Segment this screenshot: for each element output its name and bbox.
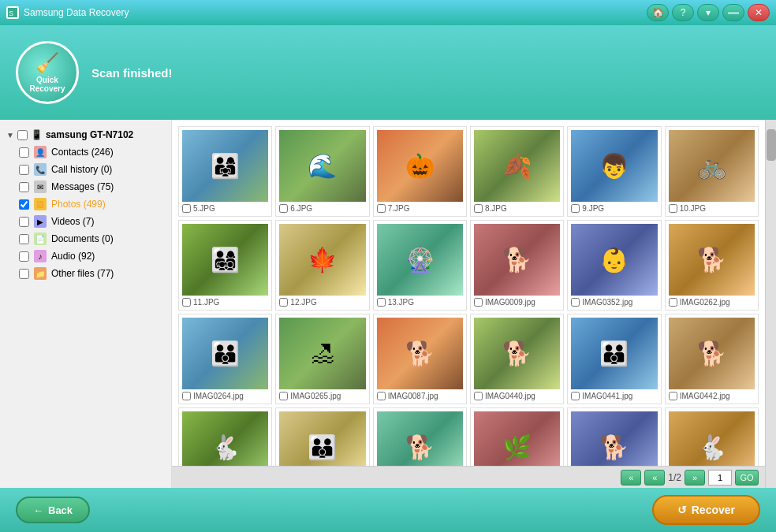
page-input[interactable] (708, 470, 732, 485)
sidebar-item-contacts[interactable]: 👤 Contacts (246) (0, 143, 171, 161)
photo-checkbox[interactable] (571, 392, 580, 400)
photo-item[interactable]: 🍂 8.JPG (470, 126, 564, 217)
photo-item[interactable]: 🐇 img24.jpg (665, 407, 759, 466)
prev-page-button[interactable]: « (644, 470, 665, 485)
photo-checkbox[interactable] (279, 204, 288, 213)
help-button[interactable]: ? (672, 4, 694, 21)
back-button[interactable]: ← Back (16, 497, 90, 523)
photo-checkbox[interactable] (669, 392, 677, 400)
photo-item[interactable]: 🎡 13.JPG (373, 220, 467, 311)
photos-icon: 🖼 (34, 198, 47, 210)
close-button[interactable]: ✕ (748, 4, 770, 21)
sidebar-checkbox-messages[interactable] (19, 182, 29, 192)
photo-filename: IMAG0440.jpg (485, 392, 535, 400)
photo-thumbnail: 🐕 (571, 411, 657, 466)
photo-checkbox[interactable] (669, 298, 677, 307)
photo-item[interactable]: 🏖 IMAG0265.jpg (275, 314, 369, 404)
sidebar-checkbox-otherfiles[interactable] (19, 269, 29, 279)
photo-checkbox[interactable] (571, 298, 580, 307)
photo-item[interactable]: 🌊 6.JPG (275, 126, 369, 217)
sidebar-item-otherfiles[interactable]: 📁 Other files (77) (0, 265, 171, 282)
sidebar-checkbox-callhistory[interactable] (19, 165, 29, 175)
photo-item[interactable]: 🐕 IMAG0262.jpg (665, 220, 759, 311)
sidebar-item-photos[interactable]: 🖼 Photos (499) (0, 195, 171, 213)
photo-item[interactable]: 🚲 10.JPG (665, 126, 759, 217)
sidebar-label-audio: Audio (92) (51, 251, 95, 262)
go-button[interactable]: GO (735, 470, 759, 485)
device-checkbox[interactable] (17, 130, 28, 140)
photo-checkbox[interactable] (474, 392, 483, 400)
device-label: samsung GT-N7102 (46, 129, 133, 140)
sidebar-checkbox-photos[interactable] (19, 199, 29, 210)
photo-item[interactable]: 👨‍👩‍👧‍👦 11.JPG (178, 220, 272, 311)
sidebar-checkbox-contacts[interactable] (19, 147, 29, 158)
photo-thumbnail: 👨‍👩‍👧‍👦 (182, 224, 268, 296)
scrollbar-thumb[interactable] (767, 129, 776, 161)
photo-checkbox[interactable] (669, 204, 677, 213)
sidebar-checkbox-videos[interactable] (19, 217, 29, 227)
recover-button[interactable]: ↺ Recover (652, 495, 760, 525)
photo-filename: IMAG0262.jpg (680, 298, 730, 307)
photo-item[interactable]: 🐕 IMAG0087.jpg (373, 314, 467, 404)
photo-item[interactable]: 🐕 img23.jpg (567, 407, 661, 466)
photo-thumbnail: 🍁 (279, 224, 365, 296)
first-page-button[interactable]: « (621, 470, 641, 485)
photo-checkbox[interactable] (377, 298, 386, 307)
photo-item[interactable]: 👨‍👩‍👧 5.JPG (178, 126, 272, 217)
photo-item[interactable]: 🐕 IMAG0440.jpg (470, 314, 564, 404)
photo-label-row: 11.JPG (182, 298, 268, 307)
header: 🧹 Quick Recovery Scan finished! (0, 25, 776, 120)
photo-item[interactable]: 🎃 7.JPG (373, 126, 467, 217)
photo-thumbnail: 👪 (279, 411, 365, 466)
photo-filename: 11.JPG (193, 298, 219, 307)
photo-filename: IMAG0442.jpg (680, 392, 730, 400)
photo-item[interactable]: 👦 9.JPG (567, 126, 661, 217)
dropdown-button[interactable]: ▾ (697, 4, 719, 21)
device-node[interactable]: ▼ 📱 samsung GT-N7102 (0, 126, 171, 143)
photo-thumbnail: 👶 (571, 224, 657, 296)
sidebar-item-videos[interactable]: ▶ Videos (7) (0, 213, 171, 230)
documents-icon: 📄 (34, 233, 47, 245)
photo-item[interactable]: 🌿 img22.jpg (470, 407, 564, 466)
photo-label-row: IMAG0265.jpg (279, 392, 365, 400)
photo-filename: 13.JPG (388, 298, 414, 307)
photo-checkbox[interactable] (377, 392, 386, 400)
photo-checkbox[interactable] (377, 204, 386, 213)
scrollbar[interactable] (765, 120, 776, 488)
photo-item[interactable]: 🐕 IMAG0442.jpg (665, 314, 759, 404)
photo-item[interactable]: 🐇 img19.jpg (178, 407, 272, 466)
device-icon: 📱 (31, 129, 43, 140)
next-page-button[interactable]: » (685, 470, 705, 485)
sidebar-item-callhistory[interactable]: 📞 Call history (0) (0, 161, 171, 178)
photo-checkbox[interactable] (571, 204, 580, 213)
photo-item[interactable]: 🍁 12.JPG (275, 220, 369, 311)
sidebar-item-messages[interactable]: ✉ Messages (75) (0, 178, 171, 195)
photo-checkbox[interactable] (182, 298, 191, 307)
photo-item[interactable]: 👪 IMAG0264.jpg (178, 314, 272, 404)
logo: 🧹 Quick Recovery (16, 41, 79, 104)
home-button[interactable]: 🏠 (647, 4, 669, 21)
photo-checkbox[interactable] (279, 392, 288, 400)
photo-checkbox[interactable] (182, 204, 191, 213)
minimize-button[interactable]: — (722, 4, 744, 21)
photo-checkbox[interactable] (474, 204, 483, 213)
sidebar-checkbox-documents[interactable] (19, 234, 29, 244)
photo-filename: 7.JPG (388, 204, 410, 213)
photo-checkbox[interactable] (182, 392, 191, 400)
photo-item[interactable]: 👪 img20.jpg (275, 407, 369, 466)
photo-item[interactable]: 🐕 IMAG0009.jpg (470, 220, 564, 311)
photo-area: 👨‍👩‍👧 5.JPG 🌊 6.JPG 🎃 7.JPG 🍂 8.JPG (172, 120, 765, 488)
sidebar-checkbox-audio[interactable] (19, 251, 29, 262)
photo-filename: 10.JPG (680, 204, 706, 213)
photo-item[interactable]: 👪 IMAG0441.jpg (567, 314, 661, 404)
photo-thumbnail: 🐕 (377, 411, 463, 466)
photo-checkbox[interactable] (279, 298, 288, 307)
sidebar-item-documents[interactable]: 📄 Documents (0) (0, 230, 171, 247)
window-controls: 🏠 ? ▾ — ✕ (647, 4, 770, 21)
photo-item[interactable]: 🐕 img21.jpg (373, 407, 467, 466)
photo-checkbox[interactable] (474, 298, 483, 307)
photo-item[interactable]: 👶 IMAG0352.jpg (567, 220, 661, 311)
sidebar-label-contacts: Contacts (246) (51, 147, 114, 158)
sidebar-item-audio[interactable]: ♪ Audio (92) (0, 247, 171, 265)
messages-icon: ✉ (34, 180, 47, 193)
